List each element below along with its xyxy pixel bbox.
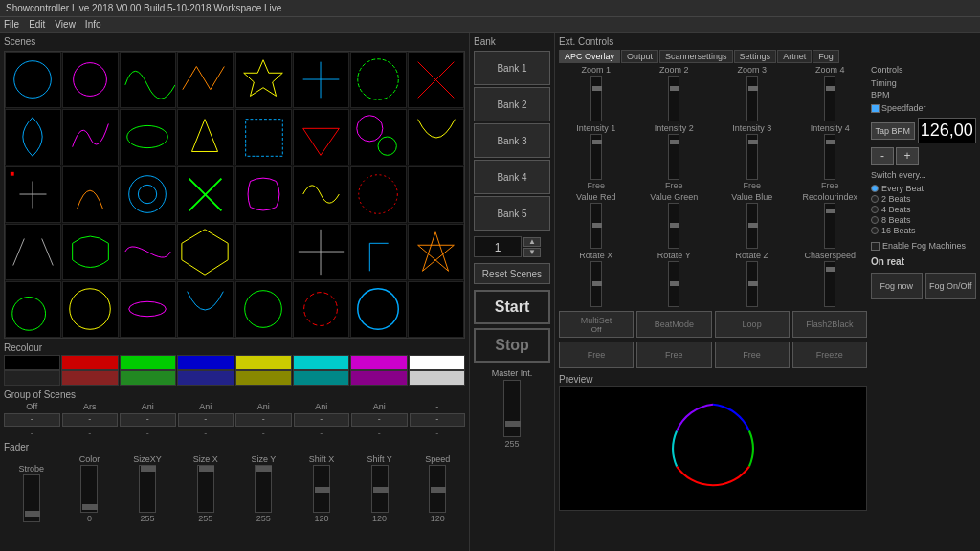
fader-track-strobe[interactable] [23,474,40,522]
radio-8-beats[interactable]: 8 Beats [871,215,976,225]
tab-settings[interactable]: Settings [734,50,777,63]
intensity4-slider[interactable] [824,134,835,180]
scene-cell[interactable] [350,166,407,223]
free1-button[interactable]: Free [559,342,634,368]
fog-onoff-button[interactable]: Fog On/Off [925,273,977,299]
bank-arrow-down[interactable]: ▼ [523,248,541,257]
scene-cell[interactable] [5,52,61,108]
bank-arrow-up[interactable]: ▲ [523,237,541,247]
scene-cell[interactable] [293,109,349,165]
swatch[interactable] [177,370,234,386]
rotatex-slider[interactable] [590,261,602,307]
scene-cell[interactable] [235,281,292,338]
swatch[interactable] [293,370,349,386]
master-int-slider[interactable] [503,380,521,437]
zoom4-slider[interactable] [824,76,835,121]
scene-cell[interactable] [235,224,292,280]
bank-5-button[interactable]: Bank 5 [474,196,550,231]
scene-cell[interactable] [235,52,292,108]
swatch[interactable] [4,355,60,370]
group-btn[interactable]: - [4,413,60,427]
start-button[interactable]: Start [474,290,550,324]
group-btn[interactable]: - [120,413,176,427]
multiset-button[interactable]: MultiSet Off [559,311,634,338]
scene-cell[interactable] [62,52,119,108]
fader-track-speed[interactable] [429,465,446,513]
radio-2-beats[interactable]: 2 Beats [871,194,976,204]
scene-cell[interactable] [235,109,292,165]
swatch[interactable] [120,370,176,386]
stop-button[interactable]: Stop [474,328,550,363]
flash2black-button[interactable]: Flash2Black [792,311,867,338]
radio-every-beat[interactable]: Every Beat [871,184,976,193]
zoom2-slider[interactable] [668,76,679,121]
free3-button[interactable]: Free [715,342,790,368]
fader-track-color[interactable] [80,465,98,513]
scene-cell[interactable] [120,281,176,338]
group-btn[interactable]: - [62,413,119,427]
scene-cell[interactable] [5,281,61,338]
menu-info[interactable]: Info [85,19,101,30]
fader-track-shiftx[interactable] [313,465,330,513]
valueblue-slider[interactable] [746,203,758,249]
menu-edit[interactable]: Edit [29,19,45,30]
bank-3-button[interactable]: Bank 3 [474,123,550,158]
enable-fog-checkbox[interactable] [871,242,880,251]
valuered-slider[interactable] [590,203,602,249]
scene-cell[interactable] [5,109,61,165]
tab-fog[interactable]: Fog [813,50,839,63]
scene-cell[interactable] [5,224,61,280]
swatch[interactable] [235,370,292,386]
scene-cell[interactable] [62,109,119,165]
swatch[interactable] [120,355,176,370]
swatch[interactable] [409,355,465,370]
scene-cell[interactable] [408,281,464,338]
tap-bpm-button[interactable]: Tap BPM [871,122,915,140]
rotatey-slider[interactable] [668,261,679,307]
fader-track-shifty[interactable] [371,465,389,513]
scene-cell[interactable] [350,109,407,165]
scene-cell[interactable] [120,52,176,108]
scene-cell[interactable] [293,281,349,338]
free2-button[interactable]: Free [636,342,711,368]
scene-cell[interactable] [350,281,407,338]
scene-cell[interactable] [408,224,464,280]
menu-file[interactable]: File [4,19,19,30]
beatmode-button[interactable]: BeatMode [636,311,711,338]
swatch[interactable] [61,355,118,370]
bpm-minus-button[interactable]: - [871,147,894,165]
intensity3-slider[interactable] [746,134,758,180]
zoom3-slider[interactable] [746,76,758,121]
swatch[interactable] [177,355,234,370]
swatch[interactable] [235,355,292,370]
chaserspeed-slider[interactable] [824,261,835,307]
fog-now-button[interactable]: Fog now [871,273,923,299]
bank-1-button[interactable]: Bank 1 [474,51,550,85]
tab-apc-overlay[interactable]: APC Overlay [559,50,620,63]
group-btn[interactable]: - [294,413,350,427]
rotatez-slider[interactable] [746,261,758,307]
menu-view[interactable]: View [55,19,76,30]
bank-2-button[interactable]: Bank 2 [474,87,550,121]
scene-cell[interactable] [235,166,292,223]
tab-artnet[interactable]: Artnet [777,50,812,63]
intensity1-slider[interactable] [590,134,602,180]
radio-4-beats[interactable]: 4 Beats [871,205,976,214]
freeze-button[interactable]: Freeze [792,342,867,368]
group-btn[interactable]: - [178,413,234,427]
scene-cell[interactable] [408,52,464,108]
scene-cell[interactable] [350,224,407,280]
group-btn[interactable]: - [351,413,408,427]
reset-scenes-button[interactable]: Reset Scenes [474,263,550,284]
scene-cell[interactable] [177,224,234,280]
intensity2-slider[interactable] [668,134,679,180]
scene-cell[interactable] [293,52,349,108]
swatch[interactable] [4,370,60,386]
group-btn[interactable]: - [235,413,292,427]
scene-cell[interactable] [177,109,234,165]
scene-cell[interactable] [408,166,464,223]
zoom1-slider[interactable] [590,76,602,121]
speedfader-checkbox[interactable] [871,104,880,113]
enable-fog-row[interactable]: Enable Fog Machines [871,241,976,251]
scene-cell[interactable] [350,52,407,108]
